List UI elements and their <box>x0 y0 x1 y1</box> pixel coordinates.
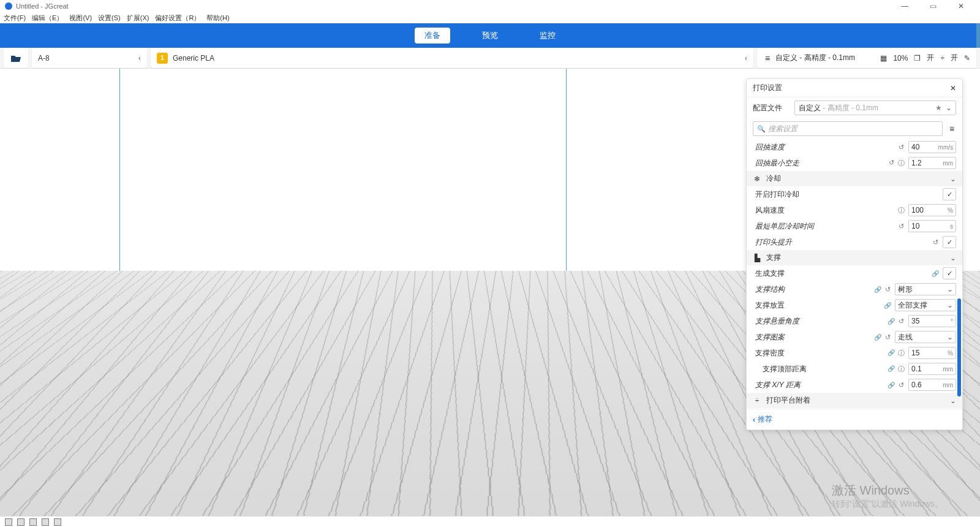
settings-menu-icon[interactable] <box>948 124 956 134</box>
settings-list: 回抽速度 40mm/s 回抽最小空走 1.2mm ❄ 冷却 ⌄ 开启打印冷却 风… <box>747 139 962 409</box>
maximize-button[interactable]: ▭ <box>919 0 947 12</box>
link-icon[interactable] <box>874 286 881 294</box>
link-icon[interactable] <box>874 333 881 341</box>
chevron-down-icon: ⌄ <box>950 254 956 262</box>
chevron-down-icon: ⌄ <box>946 104 952 112</box>
link-icon[interactable] <box>888 365 895 374</box>
reset-icon[interactable] <box>897 143 905 151</box>
info-icon[interactable] <box>897 206 905 215</box>
field-cooling-enable: 开启打印冷却 <box>747 186 962 202</box>
retract-min-travel-input[interactable]: 1.2mm <box>908 157 956 169</box>
link-icon[interactable] <box>888 317 895 325</box>
reset-icon[interactable] <box>897 317 905 325</box>
scrollbar-vertical[interactable] <box>976 23 980 48</box>
menu-view[interactable]: 视图(V) <box>69 13 92 23</box>
reset-icon[interactable] <box>897 222 905 230</box>
tab-preview[interactable]: 预览 <box>472 28 508 44</box>
profile-dropdown[interactable]: 自定义 - 高精度 - 0.1mm ⌄ <box>794 100 956 115</box>
reset-icon[interactable] <box>884 333 891 341</box>
category-adhesion[interactable]: 打印平台附着 ⌄ <box>747 393 962 408</box>
view-right-icon[interactable] <box>54 518 61 526</box>
snowflake-icon: ❄ <box>753 175 761 183</box>
open-file-button[interactable] <box>4 48 28 68</box>
view-top-icon[interactable] <box>29 518 37 526</box>
category-support[interactable]: ▙ 支撑 ⌄ <box>747 250 962 265</box>
panel-scrollbar[interactable] <box>957 298 961 396</box>
link-icon[interactable] <box>884 301 891 309</box>
support-xy-distance-input[interactable]: 0.6mm <box>908 379 956 391</box>
chevron-down-icon: ⌄ <box>950 175 956 183</box>
extruder-badge-icon <box>157 53 168 64</box>
field-support-placement: 支撑放置 全部支撑⌄ <box>747 297 962 313</box>
printer-name: A-8 <box>38 54 50 63</box>
panel-header: 打印设置 <box>747 79 962 97</box>
info-icon[interactable] <box>897 349 905 358</box>
infill-icon <box>880 54 887 63</box>
min-layer-time-input[interactable]: 10s <box>908 220 956 232</box>
close-button[interactable]: ✕ <box>947 0 975 12</box>
field-support-top-distance: 支撑顶部距离 0.1mm <box>747 361 962 377</box>
support-structure-select[interactable]: 树形⌄ <box>895 283 956 295</box>
field-overhang-angle: 支撑悬垂角度 35° <box>747 313 962 329</box>
field-support-pattern: 支撑图案 走线⌄ <box>747 329 962 345</box>
menu-help[interactable]: 帮助(H) <box>206 13 229 23</box>
title-bar: Untitled - JGcreat — ▭ ✕ <box>0 0 980 12</box>
material-selector[interactable]: Generic PLA ‹ <box>151 48 753 68</box>
printer-selector[interactable]: A-8 ‹ <box>32 48 147 68</box>
tab-monitor[interactable]: 监控 <box>530 28 565 44</box>
generate-support-checkbox[interactable] <box>943 267 956 279</box>
folder-open-icon <box>10 54 21 63</box>
reset-icon[interactable] <box>932 238 939 246</box>
adhesion-value: 开 <box>951 53 958 63</box>
star-icon <box>935 104 942 112</box>
field-adhesion-type: 打印平台附着类型 Raft⌄ <box>747 408 962 409</box>
support-value: 开 <box>927 53 934 63</box>
recommended-button[interactable]: 推荐 <box>747 409 962 430</box>
tab-prepare[interactable]: 准备 <box>415 28 450 44</box>
reset-icon[interactable] <box>897 381 905 389</box>
menu-extensions[interactable]: 扩展(X) <box>127 13 149 23</box>
category-cooling[interactable]: ❄ 冷却 ⌄ <box>747 171 962 186</box>
overhang-angle-input[interactable]: 35° <box>908 315 956 327</box>
support-pattern-select[interactable]: 走线⌄ <box>895 331 956 343</box>
chevron-left-icon: ‹ <box>745 54 747 63</box>
material-name: Generic PLA <box>173 54 214 63</box>
chevron-left-icon: ‹ <box>138 54 141 63</box>
info-icon[interactable] <box>897 365 905 374</box>
support-top-distance-input[interactable]: 0.1mm <box>908 363 956 375</box>
head-lift-checkbox[interactable] <box>943 236 956 248</box>
link-icon[interactable] <box>888 381 895 389</box>
field-head-lift: 打印头提升 <box>747 234 962 250</box>
profile-label: 配置文件 <box>753 103 790 113</box>
profile-summary[interactable]: 自定义 - 高精度 - 0.1mm 10% 开 开 <box>757 48 976 68</box>
retract-speed-input[interactable]: 40mm/s <box>908 141 956 153</box>
view-3d-icon[interactable] <box>5 518 12 526</box>
view-front-icon[interactable] <box>17 518 24 526</box>
support-density-input[interactable]: 15% <box>908 347 956 359</box>
field-generate-support: 生成支撑 <box>747 265 962 281</box>
reset-icon[interactable] <box>884 286 891 294</box>
settings-search-input[interactable]: 搜索设置 <box>753 121 943 136</box>
minimize-button[interactable]: — <box>891 0 919 12</box>
menu-edit[interactable]: 编辑（E） <box>32 13 63 23</box>
link-icon[interactable] <box>888 349 895 358</box>
support-placement-select[interactable]: 全部支撑⌄ <box>895 299 956 311</box>
menu-settings[interactable]: 设置(S) <box>98 13 121 23</box>
field-min-layer-time: 最短单层冷却时间 10s <box>747 218 962 234</box>
adhesion-cat-icon <box>753 396 761 405</box>
window-title: Untitled - JGcreat <box>16 2 69 10</box>
panel-close-button[interactable] <box>950 84 956 93</box>
panel-title: 打印设置 <box>753 83 782 93</box>
reset-icon[interactable] <box>888 159 895 168</box>
view-left-icon[interactable] <box>42 518 49 526</box>
cooling-enable-checkbox[interactable] <box>943 188 956 200</box>
menu-preferences[interactable]: 偏好设置（R） <box>155 13 200 23</box>
field-support-density: 支撑密度 15% <box>747 345 962 361</box>
fan-speed-input[interactable]: 100% <box>908 204 956 216</box>
link-icon[interactable] <box>932 270 939 277</box>
menu-file[interactable]: 文件(F) <box>4 13 26 23</box>
infill-value: 10% <box>893 54 908 63</box>
info-icon[interactable] <box>897 159 905 168</box>
profile-text: 自定义 - 高精度 - 0.1mm <box>775 53 855 63</box>
field-retract-min-travel: 回抽最小空走 1.2mm <box>747 155 962 171</box>
